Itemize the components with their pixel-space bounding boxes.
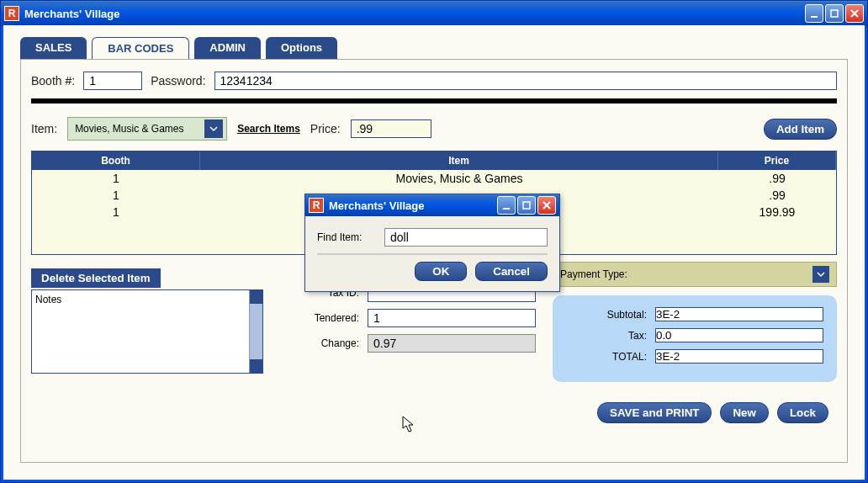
find-item-input[interactable]: [384, 228, 548, 247]
booth-label: Booth #:: [31, 74, 75, 88]
tab-barcodes[interactable]: BAR CODES: [92, 37, 189, 59]
cell-item: Movies, Music & Games: [200, 170, 718, 187]
cell-price: .99: [718, 170, 836, 187]
new-button[interactable]: New: [720, 402, 768, 423]
notes-textarea[interactable]: Notes: [31, 289, 263, 374]
item-label: Item:: [31, 122, 57, 135]
app-icon: R: [4, 6, 19, 21]
minimize-button[interactable]: [805, 4, 823, 23]
dialog-close-button[interactable]: [537, 196, 556, 215]
find-item-dialog: R Merchants' Village Find Item: OK Cance…: [304, 194, 560, 292]
password-label: Password:: [151, 74, 205, 88]
delete-item-button[interactable]: Delete Selected Item: [31, 268, 161, 288]
tendered-input[interactable]: [368, 309, 536, 327]
ok-button[interactable]: OK: [415, 262, 467, 281]
dialog-title: Merchants' Village: [329, 199, 497, 212]
table-row[interactable]: 1 Movies, Music & Games .99: [32, 170, 836, 187]
payment-type-dropdown[interactable]: Payment Type:: [553, 262, 837, 287]
price-label: Price:: [310, 122, 341, 135]
close-button[interactable]: [845, 4, 864, 23]
maximize-button[interactable]: [825, 4, 844, 23]
svg-rect-1: [831, 10, 838, 17]
chevron-down-icon[interactable]: [812, 266, 829, 283]
change-label: Change:: [292, 337, 359, 349]
find-item-label: Find Item:: [317, 231, 376, 243]
tax-output: [655, 328, 823, 342]
th-item: Item: [200, 151, 718, 170]
tab-sales[interactable]: SALES: [20, 37, 87, 59]
payment-type-label: Payment Type:: [560, 268, 627, 280]
app-icon: R: [309, 198, 324, 213]
total-label: TOTAL:: [580, 351, 647, 363]
total-output: [655, 349, 823, 364]
cell-price: .99: [718, 187, 836, 204]
tendered-label: Tendered:: [292, 312, 359, 324]
cell-price: 199.99: [718, 204, 836, 220]
search-items-link[interactable]: Search Items: [237, 123, 300, 135]
item-dropdown-value: Movies, Music & Games: [75, 123, 183, 135]
lock-button[interactable]: Lock: [777, 402, 828, 423]
subtotal-output: [655, 307, 823, 321]
svg-rect-2: [503, 208, 510, 210]
window-title: Merchants' Village: [24, 8, 805, 20]
add-item-button[interactable]: Add Item: [764, 119, 837, 140]
price-input[interactable]: [351, 119, 431, 138]
chevron-down-icon[interactable]: [204, 119, 223, 138]
dialog-titlebar[interactable]: R Merchants' Village: [305, 194, 559, 216]
tab-bar: SALES BAR CODES ADMIN Options: [3, 25, 865, 59]
change-output: [368, 334, 536, 353]
totals-box: Subtotal: Tax: TOTAL:: [553, 295, 837, 382]
svg-rect-0: [811, 16, 818, 18]
save-print-button[interactable]: SAVE and PRINT: [597, 402, 712, 423]
tab-admin[interactable]: ADMIN: [194, 37, 261, 59]
cancel-button[interactable]: Cancel: [475, 262, 548, 281]
dialog-divider: [317, 253, 548, 255]
svg-rect-3: [523, 202, 530, 209]
dialog-minimize-button[interactable]: [497, 196, 516, 215]
password-input[interactable]: [214, 72, 837, 90]
th-booth: Booth: [32, 151, 200, 170]
divider-bar: [31, 98, 837, 104]
subtotal-label: Subtotal:: [580, 309, 647, 321]
cell-booth: 1: [32, 204, 200, 220]
cell-booth: 1: [32, 170, 200, 187]
notes-placeholder: Notes: [32, 290, 262, 309]
main-titlebar[interactable]: R Merchants' Village: [1, 1, 867, 26]
dialog-maximize-button[interactable]: [517, 196, 536, 215]
tab-options[interactable]: Options: [266, 37, 337, 59]
booth-input[interactable]: [83, 72, 142, 90]
scrollbar[interactable]: [249, 290, 262, 373]
tax-label: Tax:: [580, 330, 647, 342]
cell-booth: 1: [32, 187, 200, 204]
th-price: Price: [718, 151, 836, 170]
item-dropdown[interactable]: Movies, Music & Games: [67, 117, 227, 141]
